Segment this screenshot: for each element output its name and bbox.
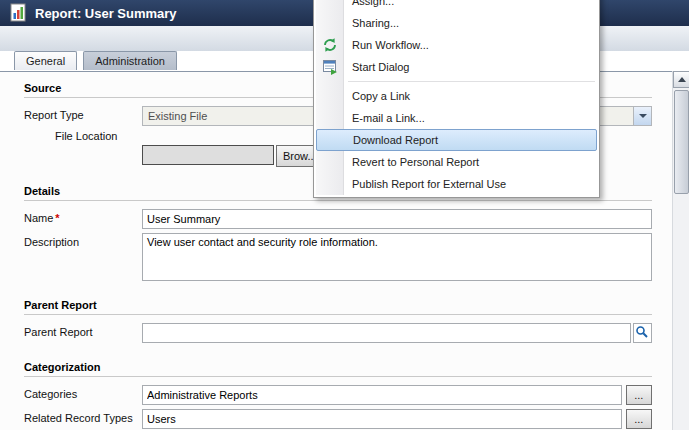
lookup-button[interactable]	[633, 323, 652, 343]
related-record-types-ellipsis-button[interactable]: ...	[626, 409, 652, 429]
description-row: Description View user contact and securi…	[24, 233, 652, 281]
description-input[interactable]: View user contact and security role info…	[142, 233, 652, 281]
related-record-types-label: Related Record Types	[24, 409, 142, 429]
vertical-scrollbar[interactable]	[672, 71, 689, 430]
menu-item-start-dialog[interactable]: Start Dialog	[316, 56, 597, 78]
menu-item-download-report[interactable]: Download Report	[316, 129, 597, 151]
scrollbar-thumb[interactable]	[674, 90, 689, 194]
tab-administration[interactable]: Administration	[83, 51, 177, 70]
parent-report-input[interactable]	[142, 323, 631, 343]
menu-separator	[348, 81, 595, 82]
menu-item-run-workflow[interactable]: Run Workflow...	[316, 34, 597, 56]
categories-row: Categories ...	[24, 385, 652, 405]
context-menu: Assign... Sharing... Run Workflow... Sta…	[313, 0, 600, 198]
page-title: Report: User Summary	[35, 6, 177, 21]
parent-report-row: Parent Report	[24, 323, 652, 343]
tab-general[interactable]: General	[14, 51, 77, 70]
menu-item-sharing[interactable]: Sharing...	[316, 12, 597, 34]
tab-strip: General Administration	[14, 51, 180, 71]
name-row: Name*	[24, 209, 652, 229]
categories-ellipsis-button[interactable]: ...	[626, 385, 652, 405]
magnifier-icon	[635, 325, 649, 342]
parent-report-label: Parent Report	[24, 323, 142, 343]
menu-item-assign[interactable]: Assign...	[316, 0, 597, 12]
start-dialog-icon	[322, 59, 338, 75]
required-marker: *	[55, 212, 59, 224]
name-input[interactable]	[142, 209, 652, 229]
scroll-up-arrow-icon[interactable]	[673, 71, 689, 88]
section-categorization: Categorization Categories ... Related Re…	[24, 361, 652, 429]
report-icon	[10, 3, 28, 23]
section-details: Details Name* Description View user cont…	[24, 185, 652, 281]
menu-item-publish-external[interactable]: Publish Report for External Use	[316, 173, 597, 195]
workflow-icon	[322, 37, 338, 53]
section-parent-report: Parent Report Parent Report	[24, 299, 652, 343]
menu-item-email-link[interactable]: E-mail a Link...	[316, 107, 597, 129]
menu-item-revert-personal-report[interactable]: Revert to Personal Report	[316, 151, 597, 173]
file-location-input[interactable]	[142, 145, 274, 165]
menu-item-copy-link[interactable]: Copy a Link	[316, 85, 597, 107]
categories-input[interactable]	[142, 385, 622, 405]
section-title-parent-report: Parent Report	[24, 299, 652, 315]
description-label: Description	[24, 233, 142, 281]
related-record-types-input[interactable]	[142, 409, 622, 429]
report-type-label: Report Type	[24, 106, 142, 126]
name-label: Name*	[24, 209, 142, 229]
chevron-down-icon[interactable]	[633, 107, 651, 125]
related-record-types-row: Related Record Types ...	[24, 409, 652, 429]
categories-label: Categories	[24, 385, 142, 405]
section-title-categorization: Categorization	[24, 361, 652, 377]
